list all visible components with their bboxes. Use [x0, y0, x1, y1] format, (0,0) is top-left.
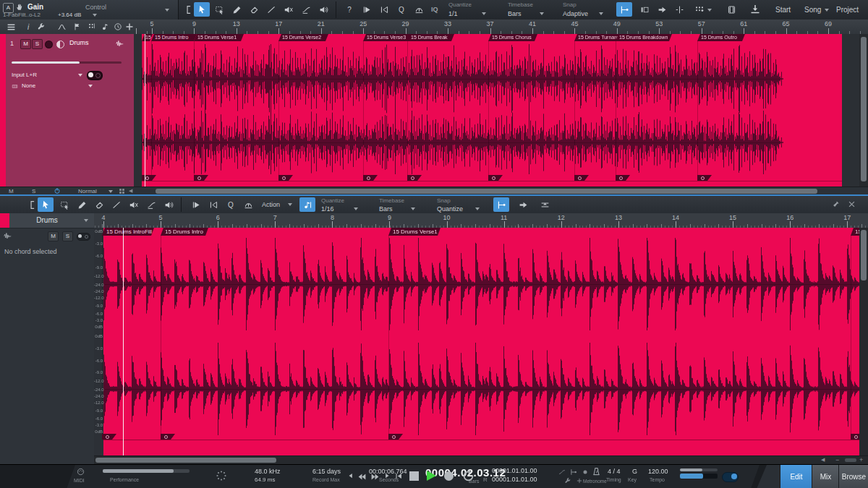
record-arm-button[interactable] — [45, 40, 53, 48]
region-tab[interactable]: 15 Drums Verse1 — [194, 34, 244, 41]
region-tab[interactable]: 15 Drums Intro — [161, 228, 208, 236]
ed-quantize-value[interactable]: 1/16 — [321, 205, 334, 213]
region-tab[interactable]: 15 Drums Turnaro — [574, 34, 619, 41]
ed-eraser-tool[interactable] — [91, 197, 107, 212]
track-mute-button[interactable]: M — [20, 39, 31, 49]
macro-toolbar-icon[interactable] — [692, 2, 707, 17]
track-mode-select[interactable]: Normal — [78, 188, 97, 194]
timing-value[interactable]: 4 / 4 — [608, 468, 621, 475]
editor-waveform[interactable] — [94, 228, 868, 455]
footer-mute-button[interactable]: M — [9, 188, 14, 194]
param-value-chevron-icon[interactable] — [93, 14, 97, 17]
ed-listen-tool[interactable] — [161, 197, 176, 212]
instrument-chevron-icon[interactable] — [88, 85, 93, 87]
editor-listen-toggle[interactable] — [77, 233, 90, 241]
loop-end-value[interactable]: 00001.01.01.00 — [492, 476, 537, 483]
stop-button[interactable] — [409, 471, 419, 481]
project-page-button[interactable]: Project — [836, 6, 859, 14]
ed-timebase-group[interactable]: Timebase Bars — [379, 197, 415, 213]
track-solo-button[interactable]: S — [32, 39, 43, 49]
input-quantize-label[interactable]: IQ — [431, 6, 438, 13]
song-chevron-icon[interactable] — [825, 9, 829, 12]
ed-arrow-tool[interactable] — [38, 197, 54, 212]
track-list-menu-icon[interactable] — [3, 20, 19, 34]
track-power-icon[interactable] — [54, 187, 61, 194]
region-tab[interactable]: 15 Drums Breakdown — [616, 34, 672, 41]
snap-value[interactable]: Adaptive — [563, 10, 588, 17]
arrange-timeline-ruler[interactable]: 59131721252933374145495357616569 — [134, 20, 868, 34]
ed-bend-tool[interactable] — [143, 197, 159, 212]
ed-quantize-group[interactable]: Quantize 1/16 — [321, 197, 358, 213]
split-at-cursor-icon[interactable] — [671, 2, 687, 17]
action-chevron-icon[interactable] — [288, 203, 292, 206]
options-gear-icon[interactable] — [564, 477, 571, 484]
snap-chevron-icon[interactable] — [599, 12, 603, 15]
snap-group[interactable]: Snap Adaptive — [563, 1, 603, 17]
region-tab[interactable]: 15 Drums Verse3 — [363, 34, 413, 41]
split-tool[interactable] — [263, 2, 279, 17]
ed-snap-chevron-icon[interactable] — [475, 207, 480, 210]
quantize-panel-toggle[interactable] — [299, 197, 315, 212]
snap-toggle-button[interactable] — [616, 2, 632, 17]
pitch-bend-icon[interactable] — [411, 2, 427, 17]
editor-solo-button[interactable]: S — [62, 231, 73, 241]
input-chevron-icon[interactable] — [78, 74, 82, 77]
editor-hscroll-thumb[interactable] — [95, 458, 276, 463]
macro-chevron-icon[interactable] — [707, 9, 712, 12]
edit-view-button[interactable]: Edit — [780, 465, 812, 488]
paint-tool[interactable] — [229, 2, 244, 17]
quantize-value[interactable]: 1/1 — [448, 10, 458, 17]
quantize-chevron-icon[interactable] — [482, 12, 486, 15]
monitor-toggle[interactable] — [722, 472, 739, 482]
eraser-tool[interactable] — [246, 2, 262, 17]
quantize-group[interactable]: Quantize 1/1 — [448, 1, 486, 17]
bend-tool[interactable] — [298, 2, 314, 17]
arrange-playhead[interactable] — [145, 34, 145, 187]
start-page-button[interactable]: Start — [775, 6, 791, 14]
region-tab[interactable]: 15 Drums Intro — [151, 34, 197, 41]
zoom-slider[interactable] — [845, 458, 856, 462]
listen-tool[interactable] — [315, 2, 331, 17]
track-input-value[interactable]: Input L+R — [12, 72, 37, 78]
ed-play-cursor-icon[interactable] — [205, 197, 221, 212]
detach-pin-icon[interactable] — [832, 200, 840, 208]
region-tab[interactable]: 15 Drums Verse2 — [278, 34, 328, 41]
arrange-hscroll-thumb[interactable] — [156, 189, 817, 194]
region-tab[interactable]: 15 Drums Break — [407, 34, 454, 41]
action-menu[interactable]: Action — [262, 201, 280, 208]
ed-snap-group[interactable]: Snap Quantize — [437, 197, 480, 213]
hand-tool-icon[interactable] — [15, 3, 24, 12]
track-name[interactable]: Drums — [69, 39, 89, 46]
ed-range-tool[interactable] — [56, 197, 72, 212]
automation-icon[interactable] — [54, 20, 69, 34]
arrange-vertical-scrollbar[interactable] — [859, 34, 868, 187]
zoom-out-icon[interactable]: − — [835, 456, 839, 463]
punch-icon[interactable] — [576, 477, 583, 484]
track-settings-wrench-icon[interactable] — [33, 20, 49, 34]
param-value[interactable]: +3.64 dB — [58, 12, 81, 18]
macro-q-tool[interactable]: Q — [393, 2, 409, 17]
song-page-button[interactable]: Song — [804, 6, 821, 14]
track-header[interactable]: 1 M S Drums Input L+R None — [0, 34, 134, 187]
timebase-group[interactable]: Timebase Bars — [508, 1, 544, 17]
input-monitor-toggle[interactable] — [87, 71, 103, 80]
mute-tool[interactable] — [281, 2, 297, 17]
key-value[interactable]: G — [632, 468, 637, 475]
import-download-icon[interactable] — [749, 4, 761, 15]
duplicate-icon[interactable] — [637, 2, 652, 17]
rewind-button[interactable] — [357, 472, 367, 481]
ed-timebase-chevron-icon[interactable] — [411, 207, 415, 210]
ed-quantize-chevron-icon[interactable] — [354, 207, 358, 210]
region-tab[interactable]: 15 Drums Verse1 — [388, 228, 441, 236]
editor-track-chevron-icon[interactable] — [84, 219, 88, 222]
marker-flag-icon[interactable] — [69, 20, 85, 34]
autoscroll-icon[interactable] — [359, 2, 375, 17]
ed-pitch-bend-icon[interactable] — [240, 197, 256, 212]
crossfade-option-icon[interactable] — [558, 468, 566, 476]
ed-autoscroll-icon[interactable] — [188, 197, 204, 212]
browse-view-button[interactable]: Browse — [838, 465, 868, 488]
return-to-start-button[interactable] — [395, 472, 403, 480]
ed-mute-tool[interactable] — [126, 197, 142, 212]
footer-solo-button[interactable]: S — [32, 188, 35, 194]
nudge-right-icon[interactable] — [654, 2, 670, 17]
